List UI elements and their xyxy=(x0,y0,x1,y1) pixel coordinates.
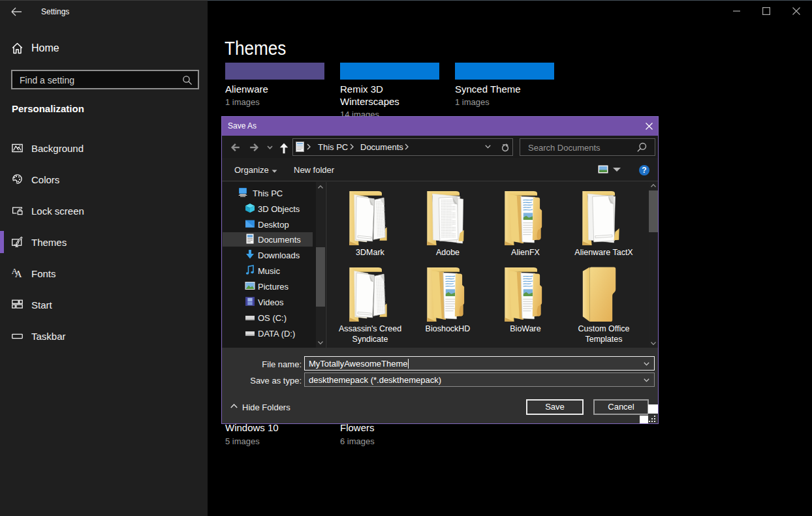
svg-text:A: A xyxy=(15,269,22,279)
